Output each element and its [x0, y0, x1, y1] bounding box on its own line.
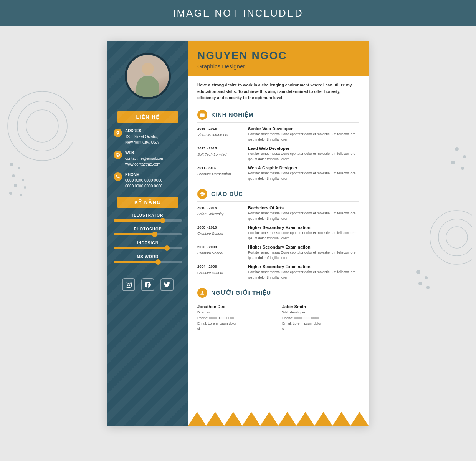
avatar-person: [134, 63, 161, 97]
experience-section: KINH NGHIỆM 2015 - 2018 Vison Multitune.…: [188, 105, 369, 184]
referee-1: Jabin Smith Web developer Phone: 0000 00…: [282, 304, 359, 332]
edu-right-2: Higher Secondary Examination Porttitor a…: [248, 245, 359, 260]
avatar-head: [142, 63, 154, 75]
education-entries: 2010 - 2015 Asian University Bachelors O…: [197, 206, 359, 280]
svg-point-17: [446, 227, 468, 248]
edu-right-3: Higher Secondary Examination Porttitor a…: [248, 264, 359, 280]
experience-title: KINH NGHIỆM: [211, 111, 254, 118]
svg-point-5: [12, 174, 15, 177]
twitter-icon[interactable]: [160, 278, 174, 291]
exp-entry-1: 2013 - 2015 Soft Tech Lomited Lead Web D…: [197, 146, 359, 162]
banner-text: IMAGE NOT INCLUDED: [173, 7, 303, 19]
avatar-placeholder: [127, 55, 169, 97]
skill-bar-indesign: [114, 247, 182, 249]
referees-title-row: NGƯỜI GIỚI THIỆU: [197, 288, 359, 300]
svg-point-8: [24, 186, 26, 189]
skill-photoshop: PHOTOSHOP: [114, 227, 182, 235]
edu-right-1: Higher Secondary Examination Porttitor a…: [248, 225, 359, 241]
contact-web: WEB contactme@email.com www.contactme.co…: [114, 150, 182, 167]
svg-point-1: [17, 101, 67, 151]
edu-entry-1: 2008 - 2010 Creative School Higher Secon…: [197, 225, 359, 241]
full-name: NGUYEN NGOC: [197, 50, 359, 62]
web-icon: [114, 151, 122, 159]
edu-right-0: Bachelors Of Arts Porttitor amet massa D…: [248, 206, 359, 221]
referees-row: Jonathon Deo Direc tor Phone: 0000 0000 …: [197, 304, 359, 332]
experience-icon: [197, 110, 207, 120]
skill-msword: MS WORD: [114, 255, 182, 263]
svg-point-9: [9, 192, 12, 195]
phone-icon: [114, 172, 122, 181]
edu-left-1: 2008 - 2010 Creative School: [197, 225, 243, 241]
skills-list: ILLUSTRATOR PHOTOSHOP INDESIGN: [107, 213, 188, 263]
education-title-row: GIÁO DỤC: [197, 189, 359, 202]
edu-left-3: 2004 - 2006 Creative School: [197, 264, 243, 280]
deco-circles-left: [4, 49, 73, 203]
summary-block: Have a strong desire to work in a challe…: [188, 76, 369, 105]
skill-illustrator: ILLUSTRATOR: [114, 213, 182, 222]
avatar-body: [136, 76, 159, 97]
svg-point-4: [18, 167, 20, 169]
skill-bar-illustrator: [114, 219, 182, 222]
main-content: NGUYEN NGOC Graphics Designer Have a str…: [188, 41, 369, 426]
exp-right-1: Lead Web Developer Porttitor amet massa …: [248, 146, 359, 162]
skill-indesign: INDESIGN: [114, 241, 182, 249]
bottom-zigzag: [188, 412, 369, 426]
education-section: GIÁO DỤC 2010 - 2015 Asian University Ba…: [188, 184, 369, 283]
exp-right-2: Web & Graphic Designer Porttitor amet ma…: [248, 166, 359, 181]
contact-list: ADDRES 123, Street Oclaho, New York City…: [107, 128, 188, 189]
svg-point-11: [455, 147, 459, 151]
svg-point-7: [14, 184, 17, 187]
svg-point-14: [461, 167, 464, 170]
experience-entries: 2015 - 2018 Vison Multitune.net Senior W…: [197, 126, 359, 181]
web-text: WEB contactme@email.com www.contactme.co…: [125, 150, 164, 167]
address-icon: [114, 129, 122, 137]
avatar: [125, 53, 171, 99]
education-title: GIÁO DỤC: [211, 191, 243, 197]
svg-point-13: [451, 161, 455, 164]
referees-section: NGƯỜI GIỚI THIỆU Jonathon Deo Direc tor …: [188, 283, 369, 335]
svg-point-10: [20, 194, 22, 196]
education-icon: [197, 189, 207, 199]
summary-text: Have a strong desire to work in a challe…: [197, 82, 359, 101]
facebook-icon[interactable]: [141, 278, 154, 291]
social-row: [122, 278, 174, 291]
exp-entry-0: 2015 - 2018 Vison Multitune.net Senior W…: [197, 126, 359, 142]
referees-icon: [197, 288, 207, 298]
svg-point-20: [418, 282, 422, 285]
skills-label: KỸ NĂNG: [117, 197, 178, 208]
exp-right-0: Senior Web Developer Porttitor amet mass…: [248, 126, 359, 142]
sidebar: LIÊN HỆ ADDRES 123, Street Oclaho, New Y…: [107, 41, 188, 426]
contact-phone: PHONE 0000 0000 0000 0000 0000 0000 0000…: [114, 172, 182, 189]
experience-title-row: KINH NGHIỆM: [197, 110, 359, 123]
page-wrapper: LIÊN HỆ ADDRES 123, Street Oclaho, New Y…: [0, 26, 476, 441]
svg-point-19: [425, 276, 428, 279]
skill-bar-photoshop: [114, 233, 182, 235]
resume-card: LIÊN HỆ ADDRES 123, Street Oclaho, New Y…: [107, 41, 369, 426]
svg-point-15: [430, 211, 472, 264]
edu-entry-0: 2010 - 2015 Asian University Bachelors O…: [197, 206, 359, 221]
phone-text: PHONE 0000 0000 0000 0000 0000 0000 0000…: [125, 172, 162, 189]
svg-point-3: [10, 163, 13, 166]
svg-point-2: [26, 110, 58, 142]
svg-point-12: [463, 155, 466, 158]
referee-0: Jonathon Deo Direc tor Phone: 0000 0000 …: [197, 304, 274, 332]
edu-entry-3: 2004 - 2006 Creative School Higher Secon…: [197, 264, 359, 280]
edu-left-2: 2006 - 2008 Creative School: [197, 245, 243, 260]
top-banner: IMAGE NOT INCLUDED: [0, 0, 476, 26]
deco-circles-right: [403, 103, 472, 295]
referees-title: NGƯỜI GIỚI THIỆU: [211, 289, 271, 296]
contact-address: ADDRES 123, Street Oclaho, New York City…: [114, 128, 182, 145]
sidebar-divider: [121, 271, 175, 271]
exp-entry-2: 2011- 2013 Creative Corporation Web & Gr…: [197, 166, 359, 181]
svg-point-21: [426, 286, 430, 289]
svg-point-6: [22, 179, 24, 181]
job-title: Graphics Designer: [197, 63, 359, 70]
contact-label: LIÊN HỆ: [117, 111, 178, 123]
edu-entry-2: 2006 - 2008 Creative School Higher Secon…: [197, 245, 359, 260]
exp-left-0: 2015 - 2018 Vison Multitune.net: [197, 126, 243, 142]
svg-point-16: [438, 219, 472, 256]
name-header: NGUYEN NGOC Graphics Designer: [188, 41, 369, 76]
edu-left-0: 2010 - 2015 Asian University: [197, 206, 243, 221]
instagram-icon[interactable]: [122, 278, 135, 291]
exp-left-1: 2013 - 2015 Soft Tech Lomited: [197, 146, 243, 162]
